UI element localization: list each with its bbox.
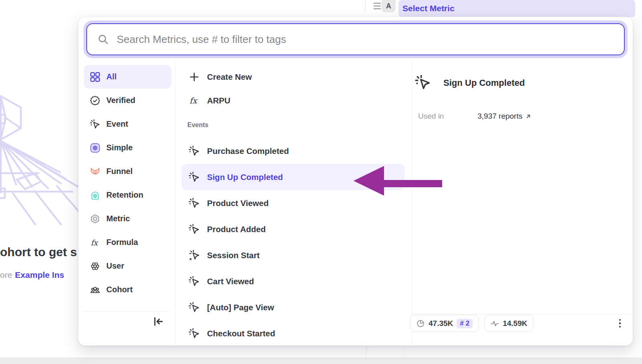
svg-text:fx: fx [189, 96, 198, 105]
sidebar-item-label: Metric [106, 214, 130, 223]
events-section-label: Events [182, 112, 404, 138]
sidebar-item-funnel[interactable]: Funnel [84, 160, 171, 183]
arrow-up-right-icon [525, 113, 531, 119]
event-row-label: [Auto] Page View [207, 303, 274, 312]
sidebar-item-cohort[interactable]: Cohort [84, 278, 171, 301]
event-row-label: Cart Viewed [207, 277, 254, 286]
pie-chart-icon [416, 319, 425, 328]
funnel-icon [90, 166, 100, 177]
event-icon [189, 172, 200, 183]
event-row-purchase-completed[interactable]: Purchase Completed [182, 138, 404, 164]
formula-icon: fx [189, 95, 200, 106]
sidebar-item-label: Funnel [106, 167, 133, 176]
search-icon [98, 34, 109, 45]
arpu-row[interactable]: fxARPU [182, 89, 404, 112]
stat-badge-1[interactable]: 47.35K# 2 [410, 315, 479, 332]
sidebar-item-all[interactable]: All [84, 65, 171, 89]
sidebar-item-metric[interactable]: Metric [84, 207, 171, 231]
background-wireframe-art [0, 88, 84, 229]
event-row-auto-page-view[interactable]: [Auto] Page View [182, 294, 404, 320]
page-column-divider [404, 346, 404, 358]
event-row-label: Session Start [207, 251, 260, 260]
metric-list: Create NewfxARPUEventsPurchase Completed… [182, 65, 404, 346]
background-text-fragment: ore [0, 270, 12, 279]
sidebar-item-label: Formula [106, 238, 138, 247]
detail-title: Sign Up Completed [443, 78, 525, 88]
sidebar-divider [175, 62, 176, 346]
event-icon [189, 224, 200, 235]
sidebar-item-label: Retention [106, 190, 143, 200]
used-in-reports-link[interactable]: 3,937 reports [477, 112, 531, 121]
stat-value: 47.35K [429, 319, 453, 328]
session-event-icon [189, 250, 200, 261]
sidebar-item-label: Verified [106, 96, 135, 105]
sidebar-item-simple[interactable]: Simple [84, 136, 171, 160]
event-icon [189, 198, 200, 209]
create-new-row[interactable]: Create New [182, 65, 404, 89]
sidebar-item-user[interactable]: User [84, 254, 171, 278]
sidebar-item-retention[interactable]: Retention [84, 183, 171, 207]
detail-stats-row: 47.35K# 214.59K [410, 315, 625, 332]
list-item-label: Create New [207, 72, 252, 82]
sidebar-item-label: Simple [106, 143, 133, 152]
plus-icon [189, 71, 200, 83]
select-metric-row[interactable]: Select Metric [398, 0, 635, 17]
simple-icon [90, 143, 100, 153]
topbar-divider [365, 0, 366, 12]
event-row-label: Product Viewed [207, 198, 268, 208]
category-sidebar: AllVerifiedEventSimpleFunnelRetentionMet… [84, 65, 171, 301]
background-link-line: oreExample Ins [0, 270, 64, 280]
grid-all-icon [90, 72, 100, 82]
used-in-label: Used in [418, 112, 444, 121]
stat-badge-2[interactable]: 14.59K [484, 315, 533, 332]
used-in-reports-value: 3,937 reports [477, 112, 522, 121]
event-row-cart-viewed[interactable]: Cart Viewed [182, 268, 404, 294]
event-row-label: Sign Up Completed [207, 172, 283, 182]
event-row-label: Purchase Completed [207, 146, 289, 156]
collapse-left-icon[interactable] [152, 315, 165, 328]
sidebar-item-label: Event [106, 119, 128, 129]
background-link-fragment: Example Ins [15, 270, 64, 279]
formula-icon: fx [90, 237, 100, 248]
event-icon [189, 302, 200, 313]
sidebar-item-formula[interactable]: fxFormula [84, 231, 171, 254]
event-icon [189, 328, 200, 339]
sidebar-item-verified[interactable]: Verified [84, 89, 171, 112]
event-row-label: Checkout Started [207, 329, 275, 338]
search-focus-halo [83, 20, 628, 58]
event-icon [90, 119, 100, 129]
user-icon [90, 261, 100, 271]
detail-divider [412, 62, 412, 346]
event-icon [189, 146, 200, 157]
search-input[interactable] [116, 33, 624, 46]
sidebar-bottom-divider [84, 311, 170, 311]
sidebar-item-event[interactable]: Event [84, 112, 171, 136]
metric-picker-dialog: AllVerifiedEventSimpleFunnelRetentionMet… [78, 17, 633, 346]
select-metric-label[interactable]: Select Metric [402, 4, 455, 13]
list-item-label: ARPU [207, 96, 230, 105]
event-row-product-added[interactable]: Product Added [182, 216, 404, 242]
series-a-badge[interactable]: A [382, 0, 396, 12]
bottom-window-edge [0, 358, 642, 364]
cohort-icon [90, 285, 100, 295]
event-row-product-viewed[interactable]: Product Viewed [182, 190, 404, 216]
event-row-sign-up-completed[interactable]: Sign Up Completed [182, 164, 404, 190]
stat-value: 14.59K [503, 319, 527, 328]
retention-icon [90, 190, 100, 200]
sidebar-item-label: All [106, 72, 117, 81]
sidebar-item-label: User [106, 261, 124, 271]
kebab-menu-icon[interactable] [615, 316, 625, 331]
event-row-checkout-started[interactable]: Checkout Started [182, 320, 404, 346]
verified-icon [90, 95, 100, 106]
sidebar-item-label: Cohort [106, 285, 133, 294]
page-column-divider [366, 346, 366, 358]
svg-text:fx: fx [91, 238, 99, 247]
pulse-icon [490, 319, 499, 328]
event-row-label: Product Added [207, 224, 266, 234]
event-icon [415, 75, 431, 91]
hamburger-icon[interactable] [374, 3, 381, 9]
event-row-session-start[interactable]: Session Start [182, 242, 404, 268]
background-headline-fragment: ohort to get s [0, 245, 77, 259]
metric-icon [90, 214, 100, 224]
search-box[interactable] [86, 23, 625, 55]
